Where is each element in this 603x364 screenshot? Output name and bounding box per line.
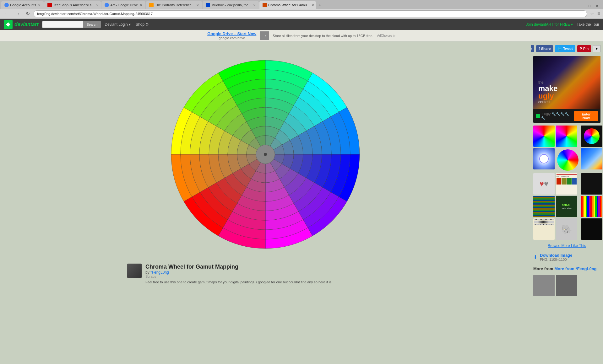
- thumb-item-3[interactable]: [581, 126, 602, 147]
- tab-techshop[interactable]: TechShop is America's1s... ✕: [44, 1, 101, 9]
- da-right-nav: Join deviantART for FREE ▾ Take the Tour: [526, 22, 599, 27]
- thumb-item-8[interactable]: color reference: [556, 173, 577, 195]
- ad-choices[interactable]: AdChoices ▷: [377, 34, 396, 37]
- tab-close-btn[interactable]: ✕: [253, 3, 256, 7]
- thumb-item-1[interactable]: [533, 126, 555, 147]
- ad-banner-desc: Store all files from your desktop to the…: [273, 34, 373, 38]
- tab-close-btn[interactable]: ✕: [196, 3, 199, 7]
- social-dropdown[interactable]: ▼: [593, 45, 600, 52]
- thumb-item-11[interactable]: BER-Ccolor chart: [556, 196, 577, 217]
- thumb-item-7[interactable]: ♥ ♥: [533, 173, 555, 195]
- facebook-share2-button[interactable]: f Share: [536, 45, 553, 52]
- refresh-button[interactable]: ↻: [24, 10, 32, 17]
- twitter-share-button[interactable]: 🐦 Tweet: [555, 45, 575, 52]
- thumb-item-13[interactable]: [533, 218, 555, 240]
- ad-footer-logo: + ugly 🔧🔧🔧🔧🔧: [536, 112, 572, 120]
- thumb-item-12[interactable]: [581, 196, 602, 217]
- ad-sidebar-footer: + ugly 🔧🔧🔧🔧🔧 Enter Now: [533, 109, 600, 123]
- ad-banner-subtitle: google.com/drive: [207, 36, 256, 40]
- thumb-item-15[interactable]: [581, 218, 602, 240]
- pinterest-pin-button[interactable]: P Pin: [577, 45, 591, 52]
- deviant-login-link[interactable]: Deviant Login ▾: [105, 22, 131, 27]
- ad-banner-title[interactable]: Google Drive – Start Now: [207, 31, 256, 36]
- search-button[interactable]: Search: [83, 21, 101, 28]
- new-tab-button[interactable]: +: [317, 1, 323, 9]
- ad-make-text: make: [538, 85, 557, 92]
- thumb-item-6[interactable]: [581, 148, 602, 169]
- forward-button[interactable]: →: [13, 10, 22, 17]
- more-thumbnails: [533, 275, 600, 296]
- minimize-btn[interactable]: ─: [579, 3, 585, 9]
- restore-btn[interactable]: □: [586, 3, 592, 9]
- tab-google-accounts[interactable]: Google Accounts ✕: [1, 1, 44, 9]
- favicon-drive: [105, 3, 109, 7]
- da-logo-icon: [4, 20, 13, 29]
- artwork-description: Feel free to use this one to create gamu…: [145, 280, 333, 284]
- thumb-item-9[interactable]: [581, 173, 602, 195]
- tab-close-btn[interactable]: ✕: [96, 3, 99, 7]
- address-bar[interactable]: [34, 10, 587, 17]
- ad-sidebar-image: the make ugly contest: [533, 56, 600, 109]
- ad-contest-text: contest: [538, 100, 557, 104]
- more-thumb-1[interactable]: [533, 275, 555, 296]
- avatar-image: [127, 264, 142, 278]
- da-nav-links: Deviant Login ▾ Shop ⚙: [105, 22, 149, 27]
- pinterest-icon: P: [580, 47, 582, 51]
- search-input[interactable]: [42, 21, 83, 28]
- more-from-section: More from More from *FengL0ng: [533, 265, 600, 272]
- thumb-item-14[interactable]: 🐘: [556, 218, 577, 240]
- ad-arrow-button[interactable]: →: [260, 31, 269, 40]
- da-small-icon: [536, 114, 540, 118]
- thumb-item-4[interactable]: [533, 148, 555, 169]
- deviantart-logo[interactable]: deviantart: [4, 20, 38, 29]
- tab-close-btn[interactable]: ✕: [38, 3, 41, 7]
- tab-close-btn[interactable]: ✕: [312, 3, 314, 7]
- tab-bar: Google Accounts ✕ TechShop is America's1…: [0, 0, 603, 9]
- more-thumb-2[interactable]: [556, 275, 577, 296]
- thumb-item-5[interactable]: [557, 149, 579, 171]
- twitter-icon: 🐦: [557, 47, 562, 51]
- shop-link[interactable]: Shop ⚙: [136, 22, 149, 27]
- tab-google-drive[interactable]: Art - Google Drive ✕: [101, 1, 145, 9]
- sidebar-ad: ✕ the make ugly contest + ugly 🔧🔧🔧🔧🔧: [533, 56, 600, 123]
- sidebar: f Share f Share 🐦 Tweet P Pin ▼: [531, 41, 603, 355]
- main-content: Chroma Wheel for Gamut Mapping by *FengL…: [0, 41, 603, 355]
- download-info: PNG, 1100×1100: [540, 258, 572, 261]
- ad-ugly-text: ugly: [538, 92, 557, 100]
- browse-more-link[interactable]: Browse More Like This: [533, 242, 600, 249]
- search-wrap: Search: [42, 21, 101, 28]
- tab-chroma-wheel[interactable]: Chroma Wheel for Gamu... ✕: [259, 1, 316, 9]
- tab-portraits[interactable]: The Portraits Reference... ✕: [146, 1, 202, 9]
- take-tour-link[interactable]: Take the Tour: [577, 22, 599, 27]
- deviantart-header: deviantart Search Deviant Login ▾ Shop ⚙…: [0, 19, 603, 30]
- bookmark-star-icon[interactable]: ☆: [589, 11, 595, 16]
- download-link[interactable]: Download Image: [540, 253, 572, 258]
- author-link[interactable]: *FengL0ng: [150, 270, 169, 275]
- back-button[interactable]: ←: [3, 10, 11, 17]
- svg-marker-0: [6, 22, 10, 27]
- close-btn[interactable]: ✕: [594, 3, 600, 9]
- tab-label: Chroma Wheel for Gamu...: [268, 3, 309, 7]
- favicon-chroma: [263, 3, 267, 7]
- more-from-link[interactable]: More from *FengL0ng: [554, 266, 596, 271]
- tab-close-btn[interactable]: ✕: [140, 3, 142, 7]
- art-attribution: Chroma Wheel for Gamut Mapping by *FengL…: [121, 261, 410, 286]
- tab-label: Google Accounts: [10, 3, 36, 7]
- tab-mudbox[interactable]: Mudbox - Wikipedia, the... ✕: [203, 1, 259, 9]
- favicon-portraits: [149, 3, 154, 7]
- favicon-google: [4, 3, 9, 7]
- ad-banner-text: Google Drive – Start Now google.com/driv…: [207, 31, 256, 40]
- nav-settings-icon[interactable]: ☰: [597, 12, 600, 16]
- ad-enter-button[interactable]: Enter Now: [574, 111, 598, 121]
- artwork-title: Chroma Wheel for Gamut Mapping: [145, 264, 333, 270]
- artwork-category: Scraps: [145, 275, 333, 278]
- da-logo-text: deviantart: [14, 22, 38, 27]
- navigation-bar: ← → ↻ ☆ ☰: [0, 9, 603, 19]
- join-deviantart-link[interactable]: Join deviantART for FREE ▾: [526, 22, 573, 27]
- author-avatar[interactable]: [127, 264, 142, 278]
- attr-info: Chroma Wheel for Gamut Mapping by *FengL…: [145, 264, 333, 284]
- thumb-item-2[interactable]: [556, 126, 577, 147]
- tab-label: TechShop is America's1s...: [53, 3, 94, 7]
- thumb-item-10[interactable]: [533, 196, 555, 217]
- art-area: Chroma Wheel for Gamut Mapping by *FengL…: [0, 41, 531, 355]
